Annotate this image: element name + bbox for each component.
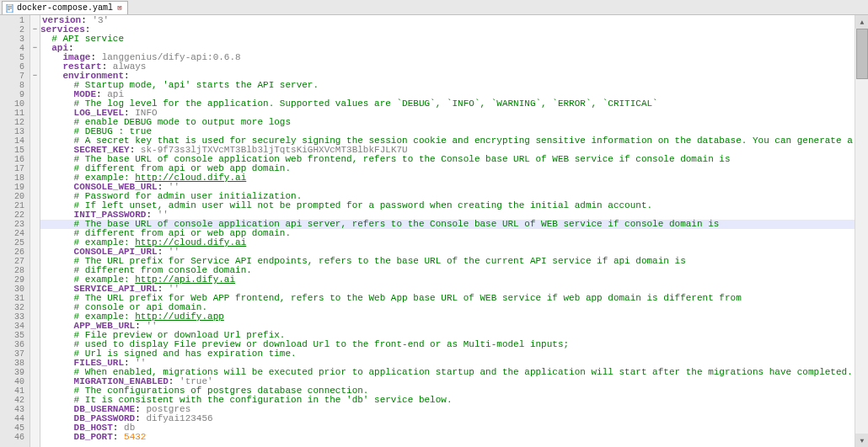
fold-toggle[interactable]: − (30, 44, 40, 53)
fold-spacer (30, 257, 40, 266)
line-number: 18 (0, 173, 29, 183)
line-number: 32 (0, 303, 29, 312)
line-number: 21 (0, 201, 29, 210)
fold-spacer (30, 16, 40, 25)
fold-spacer (30, 340, 40, 349)
close-icon[interactable]: ⊠ (115, 4, 124, 13)
fold-spacer (30, 127, 40, 136)
line-number: 17 (0, 164, 29, 173)
line-number: 39 (0, 368, 29, 377)
line-number: 25 (0, 238, 29, 247)
line-number: 13 (0, 127, 29, 136)
line-number: 27 (0, 257, 29, 266)
fold-spacer (30, 229, 40, 238)
fold-spacer (30, 220, 40, 229)
code-line[interactable]: version: '3' (40, 16, 868, 25)
code-line[interactable]: services: (40, 25, 868, 35)
line-number: 37 (0, 349, 29, 359)
code-line[interactable]: DB_PASSWORD: difyai123456 (40, 414, 868, 423)
scroll-down-button[interactable]: ▼ (855, 434, 868, 447)
fold-spacer (30, 99, 40, 109)
code-line[interactable]: DB_HOST: db (40, 423, 868, 433)
line-number: 1 (0, 16, 29, 25)
fold-spacer (30, 201, 40, 210)
line-number: 23 (0, 220, 29, 229)
line-number: 15 (0, 146, 29, 155)
scrollbar-thumb[interactable] (856, 29, 868, 79)
tab-filename: docker-compose.yaml (17, 3, 113, 13)
line-number: 46 (0, 433, 29, 442)
fold-spacer (30, 368, 40, 377)
fold-spacer (30, 164, 40, 173)
fold-spacer (30, 266, 40, 275)
line-number: 11 (0, 109, 29, 118)
code-line[interactable]: # Startup mode, 'api' starts the API ser… (40, 81, 868, 90)
editor: 1234567891011121314151617181920212223242… (0, 15, 868, 447)
line-number: 35 (0, 331, 29, 340)
fold-spacer (30, 349, 40, 359)
fold-spacer (30, 183, 40, 192)
code-line[interactable]: # example: http://udify.app (40, 312, 868, 322)
line-number: 4 (0, 44, 29, 53)
fold-spacer (30, 285, 40, 294)
fold-spacer (30, 118, 40, 127)
code-line[interactable]: # API service (40, 35, 868, 44)
line-number: 7 (0, 72, 29, 81)
fold-spacer (30, 433, 40, 442)
line-number: 5 (0, 53, 29, 62)
line-number: 29 (0, 275, 29, 285)
fold-spacer (30, 81, 40, 90)
line-number: 19 (0, 183, 29, 192)
fold-spacer (30, 210, 40, 220)
fold-spacer (30, 192, 40, 201)
code-line[interactable]: image: langgenius/dify-api:0.6.8 (40, 53, 868, 62)
line-number: 22 (0, 210, 29, 220)
fold-spacer (30, 322, 40, 331)
line-number: 8 (0, 81, 29, 90)
file-tab[interactable]: docker-compose.yaml ⊠ (2, 1, 128, 14)
fold-toggle[interactable]: − (30, 25, 40, 35)
line-number: 10 (0, 99, 29, 109)
fold-spacer (30, 146, 40, 155)
line-number: 24 (0, 229, 29, 238)
fold-spacer (30, 294, 40, 303)
fold-spacer (30, 62, 40, 72)
fold-spacer (30, 303, 40, 312)
fold-spacer (30, 109, 40, 118)
line-number: 41 (0, 386, 29, 396)
line-number: 45 (0, 423, 29, 433)
fold-spacer (30, 386, 40, 396)
line-number: 30 (0, 285, 29, 294)
scroll-up-button[interactable]: ▲ (855, 15, 868, 29)
vertical-scrollbar: ▲ ▼ (855, 15, 868, 447)
fold-spacer (30, 136, 40, 146)
fold-spacer (30, 247, 40, 257)
code-line[interactable]: # The log level for the application. Sup… (40, 99, 868, 109)
line-number: 28 (0, 266, 29, 275)
fold-spacer (30, 423, 40, 433)
line-number-gutter: 1234567891011121314151617181920212223242… (0, 15, 30, 447)
code-line[interactable]: # Url is signed and has expiration time. (40, 349, 868, 359)
line-number: 38 (0, 359, 29, 368)
fold-spacer (30, 331, 40, 340)
code-line[interactable]: # enable DEBUG mode to output more logs (40, 118, 868, 127)
code-content[interactable]: version: '3'services: # API service api:… (40, 15, 868, 447)
fold-spacer (30, 312, 40, 322)
fold-spacer (30, 35, 40, 44)
line-number: 31 (0, 294, 29, 303)
fold-column: −−− (30, 15, 40, 447)
fold-spacer (30, 377, 40, 386)
fold-toggle[interactable]: − (30, 72, 40, 81)
code-line[interactable]: DB_PORT: 5432 (40, 433, 868, 442)
svg-rect-1 (8, 6, 12, 7)
line-number: 34 (0, 322, 29, 331)
fold-spacer (30, 90, 40, 99)
svg-rect-2 (8, 8, 12, 8)
code-line[interactable]: restart: always (40, 62, 868, 72)
fold-spacer (30, 359, 40, 368)
line-number: 20 (0, 192, 29, 201)
fold-spacer (30, 414, 40, 423)
line-number: 6 (0, 62, 29, 72)
line-number: 42 (0, 396, 29, 405)
yaml-file-icon (6, 4, 14, 13)
